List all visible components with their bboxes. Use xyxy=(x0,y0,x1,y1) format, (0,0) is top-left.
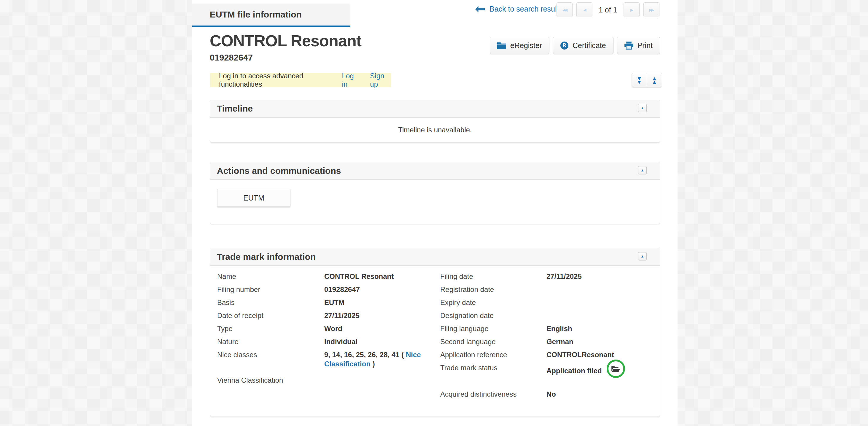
folder-icon xyxy=(497,42,506,49)
field-label: Filing number xyxy=(217,285,324,298)
trademark-fields: NameCONTROL ResonantFiling number0192826… xyxy=(210,266,660,402)
page-title: CONTROL Resonant xyxy=(210,31,361,50)
field-value: EUTM xyxy=(324,298,440,311)
sign-up-link[interactable]: Sign up xyxy=(370,72,391,88)
log-in-link[interactable]: Log in xyxy=(342,72,359,88)
field-label: Application reference xyxy=(440,350,547,363)
last-icon: ▸▸ xyxy=(649,6,653,13)
timeline-collapse-button[interactable]: ▲ xyxy=(638,104,647,112)
expand-collapse-controls: ▼▼ ▲▲ xyxy=(631,73,662,88)
field-value-text: ) xyxy=(371,360,375,368)
collapse-arrow-icon: ▲ xyxy=(641,254,644,258)
certificate-label: Certificate xyxy=(572,41,606,50)
field-value-text: 9, 14, 16, 25, 26, 28, 41 ( xyxy=(324,351,406,359)
eregister-label: eRegister xyxy=(510,41,542,50)
field-label: Nature xyxy=(217,337,324,350)
print-button[interactable]: Print xyxy=(617,37,660,54)
field-label: Nice classes xyxy=(217,350,324,375)
collapse-all-button[interactable]: ▲▲ xyxy=(647,73,662,88)
trademark-section-title: Trade mark information xyxy=(217,252,316,262)
field-value: CONTROL Resonant xyxy=(324,272,440,285)
field-value: 27/11/2025 xyxy=(547,272,653,285)
field-label: Basis xyxy=(217,298,324,311)
filing-number-heading: 019282647 xyxy=(210,53,253,63)
tab-eutm-file-information[interactable]: EUTM file information xyxy=(192,4,350,27)
eregister-button[interactable]: eRegister xyxy=(490,37,549,54)
collapse-arrow-icon: ▲ xyxy=(641,168,644,172)
expand-all-button[interactable]: ▼▼ xyxy=(631,73,647,88)
last-result-button[interactable]: ▸▸ xyxy=(644,2,659,17)
trademark-status-text: Application filed xyxy=(547,366,602,375)
field-value: 27/11/2025 xyxy=(324,311,440,324)
trademark-fields-left-column: NameCONTROL ResonantFiling number0192826… xyxy=(217,272,440,402)
collapse-all-icon: ▲▲ xyxy=(651,77,657,84)
back-link-label: Back to search results xyxy=(490,5,562,13)
field-label: Designation date xyxy=(440,311,547,324)
field-label: Filing language xyxy=(440,324,547,337)
field-value: Word xyxy=(324,324,440,337)
timeline-section: Timeline ▲ Timeline is unavailable. xyxy=(210,100,660,143)
field-label: Acquired distinctiveness xyxy=(440,390,547,402)
back-to-search-link[interactable]: Back to search results xyxy=(475,5,562,13)
field-value: Application filed xyxy=(547,363,653,390)
content-column: Back to search results ◂◂ ◂ 1 of 1 ▸ ▸▸ … xyxy=(192,0,678,426)
field-value: Individual xyxy=(324,337,440,350)
field-value: CONTROLResonant xyxy=(547,350,653,363)
printer-icon xyxy=(624,41,633,50)
field-label: Type xyxy=(217,324,324,337)
login-banner-message: Log in to access advanced functionalitie… xyxy=(219,72,331,88)
previous-icon: ◂ xyxy=(583,6,585,13)
trademark-section-header: Trade mark information ▲ xyxy=(210,248,660,266)
trademark-collapse-button[interactable]: ▲ xyxy=(638,252,647,261)
certificate-button[interactable]: R Certificate xyxy=(553,37,614,54)
header-action-buttons: eRegister R Certificate Print xyxy=(490,37,660,54)
actions-collapse-button[interactable]: ▲ xyxy=(638,166,647,175)
field-value xyxy=(547,311,653,324)
application-filed-status-icon xyxy=(607,360,625,378)
field-label: Filing date xyxy=(440,272,547,285)
field-value: German xyxy=(547,337,653,350)
first-result-button[interactable]: ◂◂ xyxy=(557,2,572,17)
field-value xyxy=(324,375,440,389)
field-label: Trade mark status xyxy=(440,363,547,390)
actions-section-title: Actions and communications xyxy=(217,166,341,176)
print-label: Print xyxy=(638,41,653,50)
timeline-section-header: Timeline ▲ xyxy=(210,100,660,118)
field-label: Date of receipt xyxy=(217,311,324,324)
field-label: Name xyxy=(217,272,324,285)
field-value: English xyxy=(547,324,653,337)
actions-section-header: Actions and communications ▲ xyxy=(210,162,660,180)
collapse-arrow-icon: ▲ xyxy=(641,106,644,110)
field-value: 019282647 xyxy=(324,285,440,298)
field-value xyxy=(547,298,653,311)
login-banner: Log in to access advanced functionalitie… xyxy=(210,73,391,87)
actions-section: Actions and communications ▲ EUTM xyxy=(210,162,660,224)
trademark-fields-right-column: Filing date27/11/2025Registration dateEx… xyxy=(440,272,653,402)
field-label: Expiry date xyxy=(440,298,547,311)
previous-result-button[interactable]: ◂ xyxy=(577,2,592,17)
next-result-button[interactable]: ▸ xyxy=(624,2,640,17)
page-background: { "tab": { "title": "EUTM file informati… xyxy=(0,0,868,426)
field-label: Second language xyxy=(440,337,547,350)
timeline-section-title: Timeline xyxy=(217,103,253,114)
next-icon: ▸ xyxy=(630,6,632,13)
results-pager: ◂◂ ◂ 1 of 1 ▸ ▸▸ xyxy=(557,2,659,17)
back-arrow-icon xyxy=(475,6,485,12)
first-icon: ◂◂ xyxy=(562,6,567,13)
field-value: 9, 14, 16, 25, 26, 28, 41 ( Nice Classif… xyxy=(324,350,440,375)
field-value: No xyxy=(547,390,653,402)
field-value xyxy=(547,285,653,298)
expand-all-icon: ▼▼ xyxy=(636,77,642,84)
field-label: Registration date xyxy=(440,285,547,298)
registered-icon: R xyxy=(560,41,568,50)
pager-position: 1 of 1 xyxy=(599,6,617,14)
timeline-unavailable-message: Timeline is unavailable. xyxy=(210,118,660,142)
field-label: Vienna Classification xyxy=(217,375,324,389)
trademark-section: Trade mark information ▲ NameCONTROL Res… xyxy=(210,248,660,417)
tab-eutm-actions[interactable]: EUTM xyxy=(217,189,290,207)
